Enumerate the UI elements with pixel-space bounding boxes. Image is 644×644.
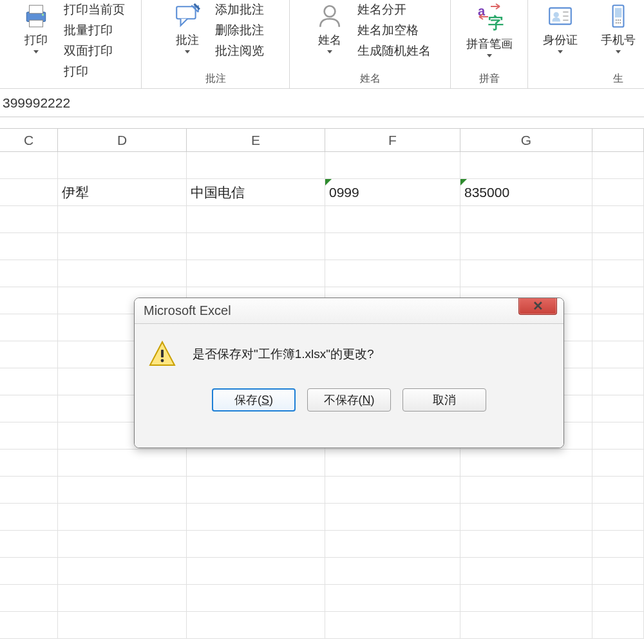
phone-label: 手机号	[601, 32, 636, 48]
comment-button[interactable]: 批注	[165, 0, 210, 57]
print-item[interactable]: 打印	[61, 62, 128, 81]
col-head-f[interactable]: F	[325, 129, 460, 151]
dont-save-button[interactable]: 不保存(N)	[307, 388, 391, 412]
col-head-g[interactable]: G	[460, 129, 592, 151]
cell[interactable]	[187, 152, 325, 178]
svg-point-16	[618, 19, 619, 21]
id-group-label	[559, 74, 562, 86]
cell-value: 835000	[464, 185, 509, 200]
dropdown-icon	[327, 50, 332, 53]
table-row	[0, 558, 644, 585]
error-indicator-icon	[325, 179, 332, 185]
spacer	[0, 117, 644, 129]
table-row	[0, 260, 644, 287]
cell-value: 0999	[329, 185, 359, 200]
name-sublist: 姓名分开 姓名加空格 生成随机姓名	[355, 0, 433, 61]
review-comment[interactable]: 批注阅览	[213, 41, 267, 61]
delete-comment[interactable]: 删除批注	[213, 21, 267, 40]
duplex-print[interactable]: 双面打印	[61, 41, 128, 61]
cell[interactable]	[58, 152, 187, 178]
table-row	[0, 152, 644, 179]
col-head-h[interactable]	[592, 129, 644, 151]
svg-rect-21	[161, 350, 164, 357]
col-head-c[interactable]: C	[0, 129, 58, 151]
svg-point-9	[554, 12, 559, 17]
name-label: 姓名	[318, 32, 341, 48]
table-row	[0, 531, 644, 558]
close-icon: ✕	[533, 298, 544, 314]
cell-e[interactable]: 中国电信	[187, 179, 325, 205]
save-button[interactable]: 保存(S)	[212, 388, 296, 412]
formula-bar[interactable]: 399992222	[0, 89, 644, 117]
phone-button[interactable]: 手机号	[596, 0, 641, 57]
svg-text:a: a	[478, 4, 486, 18]
comment-label: 批注	[176, 32, 199, 48]
table-row	[0, 206, 644, 233]
person-icon	[316, 3, 343, 30]
svg-text:字: 字	[488, 14, 504, 32]
svg-rect-14	[615, 8, 622, 17]
cell-g[interactable]: 835000	[460, 179, 592, 205]
add-comment[interactable]: 添加批注	[213, 0, 267, 19]
table-row	[0, 612, 644, 639]
cell[interactable]	[325, 152, 460, 178]
warning-icon	[147, 339, 177, 369]
name-split[interactable]: 姓名分开	[355, 0, 433, 19]
cell-f[interactable]: 0999	[325, 179, 460, 205]
column-headers: C D E F G	[0, 129, 644, 152]
svg-rect-4	[176, 6, 195, 19]
col-head-e[interactable]: E	[187, 129, 325, 151]
formula-bar-value: 399992222	[3, 95, 70, 111]
pinyin-group-label: 拼音	[479, 72, 500, 86]
svg-rect-1	[30, 5, 43, 14]
cancel-button[interactable]: 取消	[402, 388, 486, 412]
svg-point-22	[161, 359, 164, 363]
dialog-title: Microsoft Excel	[144, 303, 231, 318]
table-row: 伊犁 中国电信 0999 835000	[0, 179, 644, 206]
print-button[interactable]: 打印	[14, 0, 59, 57]
svg-point-5	[324, 6, 335, 17]
cell[interactable]	[592, 179, 644, 205]
dialog-titlebar[interactable]: Microsoft Excel ✕	[135, 298, 564, 324]
svg-rect-2	[30, 20, 43, 27]
svg-point-18	[616, 22, 617, 23]
table-row	[0, 477, 644, 504]
id-label: 身份证	[543, 32, 578, 48]
dropdown-icon	[33, 50, 39, 53]
svg-point-20	[620, 22, 621, 23]
ribbon-group-id: 身份证	[528, 0, 592, 88]
phone-icon	[605, 3, 632, 30]
cell[interactable]	[460, 152, 592, 178]
cell-d[interactable]: 伊犁	[58, 179, 187, 205]
table-row	[0, 450, 644, 477]
table-row	[0, 233, 644, 260]
phone-group-label: 生	[613, 72, 623, 86]
ribbon-group-name: 姓名 姓名分开 姓名加空格 生成随机姓名 姓名	[290, 0, 451, 88]
error-indicator-icon	[460, 179, 467, 185]
svg-point-3	[42, 14, 44, 15]
col-head-d[interactable]: D	[58, 129, 187, 151]
cell[interactable]	[0, 179, 58, 205]
svg-point-19	[618, 22, 619, 23]
pinyin-button[interactable]: a字 拼音笔画	[457, 0, 522, 61]
cell[interactable]	[0, 152, 58, 178]
name-space[interactable]: 姓名加空格	[355, 21, 433, 40]
svg-point-17	[620, 19, 621, 21]
dialog-buttons: 保存(S) 不保存(N) 取消	[147, 388, 551, 412]
ribbon-group-phone: 手机号 生	[592, 0, 644, 88]
name-button[interactable]: 姓名	[307, 0, 352, 57]
random-name[interactable]: 生成随机姓名	[355, 41, 433, 61]
pinyin-icon: a字	[474, 3, 505, 33]
svg-point-15	[616, 19, 617, 21]
print-current-page[interactable]: 打印当前页	[61, 0, 128, 19]
table-row	[0, 504, 644, 531]
name-group-label: 姓名	[360, 72, 381, 86]
id-button[interactable]: 身份证	[531, 0, 589, 57]
ribbon-group-print: 打印 打印当前页 批量打印 双面打印 打印	[0, 0, 142, 88]
id-card-icon	[547, 3, 574, 30]
cell[interactable]	[592, 152, 644, 178]
dropdown-icon	[558, 50, 563, 53]
batch-print[interactable]: 批量打印	[61, 21, 128, 40]
close-button[interactable]: ✕	[518, 298, 557, 315]
comment-group-label: 批注	[205, 72, 226, 86]
